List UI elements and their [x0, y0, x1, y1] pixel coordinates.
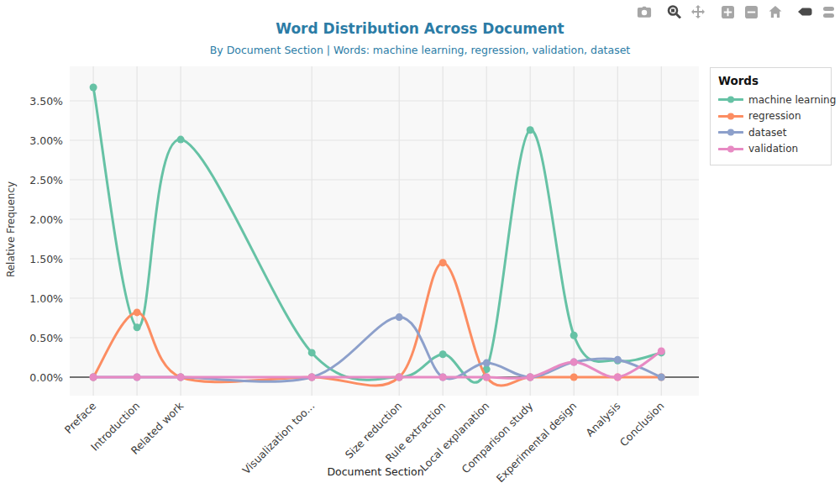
data-point-dataset[interactable] [483, 360, 491, 367]
data-point-machine-learning[interactable] [177, 136, 185, 144]
data-point-validation[interactable] [396, 374, 403, 381]
data-point-dataset[interactable] [396, 313, 403, 321]
data-point-dataset[interactable] [614, 356, 622, 364]
x-tick-label: Analysis [583, 400, 622, 439]
legend-items: machine learningregressiondatasetvalidat… [718, 92, 823, 157]
zoom-out-icon[interactable] [743, 4, 759, 19]
chart-title: Word Distribution Across Document [0, 20, 840, 37]
chart-canvas: 0.00%0.50%1.00%1.50%2.00%2.50%3.00%3.50%… [0, 0, 840, 504]
y-tick-label: 2.50% [29, 174, 63, 186]
data-point-dataset[interactable] [658, 374, 665, 381]
data-point-regression[interactable] [134, 308, 141, 316]
legend: Words machine learningregressiondatasetv… [710, 67, 832, 165]
legend-item-label: regression [748, 110, 801, 122]
home-icon[interactable] [767, 4, 783, 19]
data-point-validation[interactable] [90, 374, 97, 381]
legend-item-label: validation [748, 143, 798, 155]
data-point-machine-learning[interactable] [134, 323, 141, 331]
pan-icon[interactable] [690, 4, 706, 19]
y-tick-label: 3.00% [29, 134, 63, 147]
x-tick-label: Experimental design [494, 400, 580, 486]
legend-item-dataset[interactable]: dataset [718, 124, 823, 141]
data-point-machine-learning[interactable] [570, 332, 578, 339]
x-tick-label: Conclusion [617, 400, 667, 449]
legend-item-validation[interactable]: validation [718, 141, 823, 158]
legend-item-machine-learning[interactable]: machine learning [718, 92, 823, 108]
data-point-validation[interactable] [658, 348, 665, 355]
y-tick-label: 1.50% [29, 253, 63, 265]
x-tick-label: Visualization too... [240, 400, 318, 477]
x-tick-label: Preface [62, 399, 99, 436]
data-point-validation[interactable] [614, 374, 622, 381]
data-point-regression[interactable] [439, 259, 447, 266]
legend-marker-icon [718, 112, 743, 121]
data-point-validation[interactable] [483, 374, 491, 381]
data-point-validation[interactable] [527, 374, 534, 381]
modebar [628, 4, 837, 19]
zoom-in-icon[interactable] [720, 4, 736, 19]
data-point-regression[interactable] [570, 374, 578, 381]
data-point-machine-learning[interactable] [90, 84, 97, 92]
y-tick-label: 3.50% [29, 95, 63, 108]
legend-item-regression[interactable]: regression [718, 108, 823, 125]
y-axis-title: Relative Frequency [5, 181, 17, 277]
data-point-validation[interactable] [177, 374, 185, 381]
hover-closest-icon[interactable] [797, 4, 813, 19]
data-point-validation[interactable] [439, 374, 447, 381]
legend-marker-icon [718, 128, 743, 137]
data-point-validation[interactable] [308, 374, 316, 381]
chart-subtitle: By Document Section | Words: machine lea… [0, 44, 840, 56]
zoom-icon[interactable] [666, 4, 682, 19]
data-point-validation[interactable] [570, 359, 578, 366]
data-point-machine-learning[interactable] [527, 126, 534, 134]
data-point-machine-learning[interactable] [308, 349, 316, 356]
plot-background [70, 66, 699, 396]
y-tick-label: 1.00% [29, 292, 63, 305]
legend-title: Words [718, 74, 823, 87]
data-point-validation[interactable] [134, 374, 141, 381]
data-point-machine-learning[interactable] [439, 350, 447, 358]
legend-item-label: dataset [748, 127, 786, 139]
y-tick-label: 2.00% [29, 213, 63, 226]
y-tick-label: 0.50% [29, 332, 63, 344]
hover-compare-icon[interactable] [821, 4, 837, 19]
legend-marker-icon [718, 144, 743, 154]
x-axis-title: Document Section [327, 465, 423, 478]
legend-marker-icon [718, 95, 743, 104]
legend-item-label: machine learning [748, 94, 836, 106]
y-tick-label: 0.00% [29, 371, 63, 384]
camera-icon[interactable] [636, 4, 652, 19]
